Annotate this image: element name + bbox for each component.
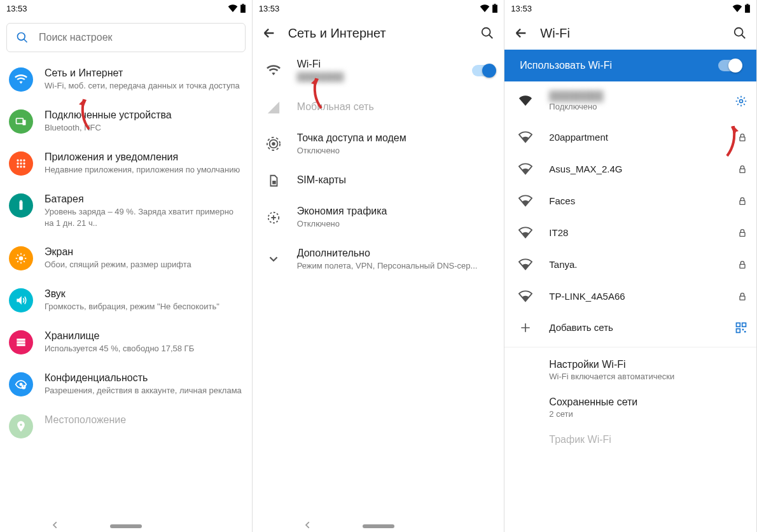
settings-item-privacy[interactable]: Конфиденциальность Разрешения, действия … [0,363,252,405]
wifi-settings-section[interactable]: Настройки Wi-Fi Wi-Fi включается автомат… [504,351,756,389]
svg-rect-53 [737,328,740,332]
wifi-signal-icon [513,258,538,272]
svg-rect-16 [20,200,22,202]
chevron-down-icon [261,252,286,266]
item-title: Местоположение [45,414,243,426]
item-title: Wi-Fi [297,59,461,70]
display-icon [9,246,33,270]
settings-item-network[interactable]: Сеть и Интернет Wi-Fi, моб. сети, переда… [0,59,252,101]
wifi-signal-icon [513,162,538,176]
item-title: Экран [45,246,243,258]
wifi-ssid: Tanya. [549,259,726,270]
wifi-network[interactable]: Tanya. [504,249,756,281]
wifi-network[interactable]: Faces [504,185,756,217]
use-wifi-bar: Использовать Wi-Fi [504,50,756,81]
nav-back-icon[interactable] [51,521,60,529]
item-title: Батарея [45,193,243,205]
search-button[interactable] [732,25,747,41]
wifi-status-icon [228,4,238,12]
storage-icon [9,330,33,354]
wifi-network[interactable]: Asus_MAX_2.4G [504,153,756,185]
use-wifi-label: Использовать Wi-Fi [520,60,612,71]
item-text: Дополнительно Режим полета, VPN, Персона… [297,248,496,272]
wifi-signal-icon [513,290,538,304]
status-bar: 13:53 [0,0,252,17]
lock-icon [737,164,747,174]
settings-item-location[interactable]: Местоположение [0,405,252,447]
network-item-advanced[interactable]: Дополнительно Режим полета, VPN, Персона… [253,239,504,281]
svg-rect-40 [745,5,750,13]
wifi-toggle[interactable] [472,65,495,76]
network-item-hotspot[interactable]: Точка доступа и модем Отключено [253,123,504,165]
network-item-mobile[interactable]: Мобильная сеть [253,92,504,123]
settings-item-display[interactable]: Экран Обои, спящий режим, размер шрифта [0,237,252,279]
section-title: Трафик Wi-Fi [549,434,747,445]
devices-icon [9,109,33,134]
wifi-network[interactable]: TP-LINK_4A5A66 [504,281,756,312]
svg-point-12 [17,165,18,167]
use-wifi-toggle[interactable] [718,60,741,71]
wifi-status-icon [732,4,742,12]
panel-wifi: 13:53 Wi-Fi Использовать Wi-Fi ████████ … [504,0,757,532]
network-item-wifi[interactable]: Wi-Fi ████████ [253,50,504,92]
wifi-network[interactable]: IT28 [504,217,756,249]
item-subtitle: Уровень заряда – 49 %. Заряда хватит при… [45,206,243,228]
svg-point-14 [23,165,25,167]
saved-networks-section[interactable]: Сохраненные сети 2 сети [504,389,756,426]
wifi-connected[interactable]: ████████ Подключено [504,81,756,122]
lock-icon [737,291,747,302]
battery-status-icon [492,4,497,13]
item-title: Хранилище [45,330,243,342]
item-text: Экран Обои, спящий режим, размер шрифта [45,246,243,270]
gear-icon[interactable] [735,95,747,108]
wifi-traffic-section[interactable]: Трафик Wi-Fi [504,426,756,454]
header-bar: Wi-Fi [504,17,756,50]
svg-rect-38 [272,181,276,185]
svg-rect-5 [23,120,26,125]
settings-item-storage[interactable]: Хранилище Используется 45 %, свободно 17… [0,321,252,363]
sound-icon [9,288,33,312]
search-input[interactable] [39,32,236,43]
battery-icon [9,193,33,218]
item-subtitle: Отключено [297,145,496,157]
wifi-network[interactable]: 20appartment [504,122,756,153]
sim-icon [261,174,286,188]
item-text: Звук Громкость, вибрация, режим "Не бесп… [45,288,243,312]
nav-pill[interactable] [363,524,394,528]
settings-item-sound[interactable]: Звук Громкость, вибрация, режим "Не бесп… [0,279,252,321]
search-box[interactable] [6,23,246,52]
section-subtitle: Wi-Fi включается автоматически [549,372,747,381]
svg-rect-32 [494,4,496,5]
search-icon [16,31,29,44]
svg-rect-47 [740,200,745,204]
settings-item-devices[interactable]: Подключенные устройства Bluetooth, NFC [0,101,252,143]
svg-rect-49 [740,264,745,268]
settings-item-battery[interactable]: Батарея Уровень заряда – 49 %. Заряда хв… [0,185,252,237]
search-button[interactable] [480,25,495,41]
svg-rect-4 [17,118,24,123]
plus-icon [513,321,538,334]
item-text: Местоположение [45,414,243,427]
nav-back-icon[interactable] [303,521,312,529]
back-button[interactable] [513,25,529,41]
svg-line-25 [24,255,25,256]
lock-icon [737,228,747,238]
item-title: Подключенные устройства [45,109,243,121]
settings-item-apps[interactable]: Приложения и уведомления Недавние прилож… [0,143,252,185]
nav-pill[interactable] [110,524,142,528]
network-list: Wi-Fi ████████ Мобильная сеть Точка дост… [253,50,504,532]
add-network[interactable]: Добавить сеть [504,312,756,343]
status-icons [732,4,750,13]
back-button[interactable] [261,25,277,41]
divider [504,347,756,347]
location-icon [9,414,33,438]
page-title: Сеть и Интернет [288,26,469,41]
network-item-sim[interactable]: SIM-карты [253,165,504,197]
item-text: ████████ Подключено [549,90,723,113]
wifi-ssid: Asus_MAX_2.4G [549,164,726,174]
item-subtitle: Режим полета, VPN, Персональный DNS-сер.… [297,260,496,272]
svg-line-3 [24,39,27,43]
network-item-datasaver[interactable]: Экономия трафика Отключено [253,197,504,239]
qr-icon[interactable] [735,321,747,334]
svg-point-2 [18,33,25,41]
